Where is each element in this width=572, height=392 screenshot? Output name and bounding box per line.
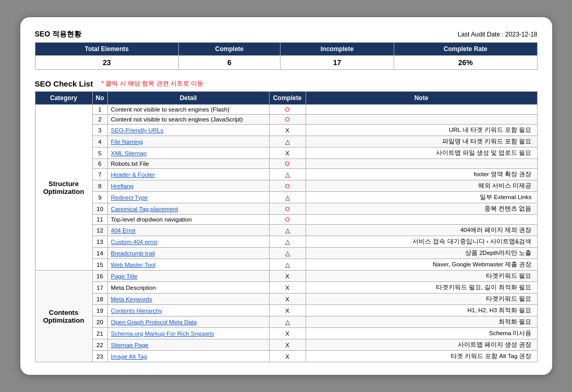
complete-cell: O — [269, 180, 306, 192]
note-cell: 해외 서비스 미제공 — [306, 180, 537, 192]
complete-cell: △ — [269, 136, 306, 148]
detail-cell[interactable]: Contents Hierarchy — [107, 305, 269, 316]
complete-cell: △ — [269, 192, 306, 203]
detail-cell: Meta Description — [107, 282, 269, 293]
detail-cell[interactable]: Web Master Tool — [107, 259, 269, 271]
no-cell: 3 — [92, 125, 107, 136]
table-row: 7Header & Footer△footer 영역 확장 권장 — [35, 169, 537, 180]
detail-link[interactable]: 404 Error — [111, 227, 136, 234]
detail-cell[interactable]: Header & Footer — [107, 169, 269, 180]
note-cell: 상품 2Depth까지만 노출 — [306, 248, 537, 259]
note-cell: 일부 External Links — [306, 192, 537, 203]
note-cell: 파일명 내 타겟 키워드 포함 필요 — [306, 136, 537, 148]
detail-link[interactable]: Header & Footer — [111, 172, 155, 178]
complete-cell: X — [269, 328, 306, 339]
table-row: 15Web Master Tool△Naver, Google Webmaste… — [35, 259, 537, 271]
detail-link[interactable]: Contents Hierarchy — [111, 308, 162, 314]
detail-cell[interactable]: Breadcrumb trail — [107, 248, 269, 259]
table-row: 18Meta KeywordsX타겟키워드 필요 — [35, 293, 537, 305]
detail-link[interactable]: Redirect Type — [111, 194, 148, 201]
table-row: 6Robots.txt FileO — [35, 159, 537, 169]
detail-cell[interactable]: Image Alt Tag — [107, 351, 269, 362]
detail-link[interactable]: Canonical Tag placement — [111, 206, 178, 212]
complete-cell: O — [269, 115, 306, 125]
summary-table: Total Elements Complete Incomplete Compl… — [35, 42, 538, 70]
note-cell: 서비스 접속 대기중입니다 › 사이트맵&검색 — [306, 236, 537, 248]
note-cell — [306, 105, 537, 115]
complete-cell: X — [269, 125, 306, 136]
no-cell: 23 — [92, 351, 107, 362]
complete-cell: X — [269, 305, 306, 316]
note-cell: footer 영역 확장 권장 — [306, 169, 537, 180]
detail-cell[interactable]: Redirect Type — [107, 192, 269, 203]
note-cell — [306, 215, 537, 225]
no-cell: 13 — [92, 236, 107, 248]
detail-cell[interactable]: Hreflang — [107, 180, 269, 192]
note-cell: URL 내 타겟 키워드 포함 필요 — [306, 125, 537, 136]
detail-link[interactable]: Breadcrumb trail — [111, 250, 155, 256]
detail-cell[interactable]: Custom 404 error — [107, 236, 269, 248]
complete-cell: △ — [269, 225, 306, 236]
table-row: Structure Optimization1Content not visib… — [35, 105, 537, 115]
table-row: 13Custom 404 error△서비스 접속 대기중입니다 › 사이트맵&… — [35, 236, 537, 248]
note-cell: Naver, Google Webmaster 제출 권장 — [306, 259, 537, 271]
detail-cell[interactable]: 404 Error — [107, 225, 269, 236]
complete-cell: △ — [269, 259, 306, 271]
no-cell: 11 — [92, 215, 107, 225]
no-cell: 6 — [92, 159, 107, 169]
category-cell: Contents Optimization — [35, 271, 92, 362]
detail-cell[interactable]: File Naming — [107, 136, 269, 148]
no-cell: 4 — [92, 136, 107, 148]
checklist-title: SEO Check List — [35, 79, 93, 88]
table-row: 19Contents HierarchyXH1, H2, H3 최적화 필요 — [35, 305, 537, 316]
detail-cell[interactable]: Meta Keywords — [107, 293, 269, 305]
summary-header-complete: Complete — [179, 43, 281, 56]
complete-cell: X — [269, 282, 306, 293]
detail-cell[interactable]: Canonical Tag placement — [107, 203, 269, 215]
complete-cell: O — [269, 105, 306, 115]
complete-cell: X — [269, 339, 306, 351]
no-cell: 19 — [92, 305, 107, 316]
summary-header-rate: Complete Rate — [394, 43, 537, 56]
summary-complete: 6 — [179, 56, 281, 70]
detail-cell[interactable]: XML Sitemap — [107, 148, 269, 159]
no-cell: 18 — [92, 293, 107, 305]
detail-link[interactable]: Open Graph Protocol Meta Data — [111, 319, 197, 325]
note-cell: 사이트맵 파일 생성 및 업로드 필요 — [306, 148, 537, 159]
detail-cell[interactable]: Sitemap Page — [107, 339, 269, 351]
table-row: 8HreflangO해외 서비스 미제공 — [35, 180, 537, 192]
detail-link[interactable]: XML Sitemap — [111, 150, 147, 156]
no-cell: 8 — [92, 180, 107, 192]
detail-cell[interactable]: Open Graph Protocol Meta Data — [107, 316, 269, 328]
detail-link[interactable]: Meta Keywords — [111, 296, 152, 302]
table-row: 10Canonical Tag placementO중복 컨텐츠 없음 — [35, 203, 537, 215]
table-row: 4File Naming△파일명 내 타겟 키워드 포함 필요 — [35, 136, 537, 148]
note-cell: 사이트맵 페이지 생성 권장 — [306, 339, 537, 351]
table-row: 17Meta DescriptionX타겟키워드 필요, 길이 최적화 필요 — [35, 282, 537, 293]
detail-cell: Robots.txt File — [107, 159, 269, 169]
detail-link[interactable]: Page Title — [111, 273, 138, 279]
complete-cell: △ — [269, 169, 306, 180]
complete-cell: X — [269, 351, 306, 362]
detail-link[interactable]: SEO-Friendly URLs — [111, 127, 164, 133]
detail-link[interactable]: Hreflang — [111, 183, 133, 189]
no-cell: 12 — [92, 225, 107, 236]
table-row: 20Open Graph Protocol Meta Data△최적화 필요 — [35, 316, 537, 328]
complete-cell: O — [269, 215, 306, 225]
detail-cell[interactable]: SEO-Friendly URLs — [107, 125, 269, 136]
detail-link[interactable]: Image Alt Tag — [111, 353, 147, 360]
note-cell: 타겟키워드 필요, 길이 최적화 필요 — [306, 282, 537, 293]
audit-date: Last Audit Date : 2023-12-18 — [458, 31, 538, 38]
detail-cell[interactable]: Page Title — [107, 271, 269, 282]
detail-link[interactable]: Web Master Tool — [111, 262, 156, 268]
detail-link[interactable]: Sitemap Page — [111, 342, 149, 348]
table-row: 23Image Alt TagX타겟 키워드 포함 Alt Tag 권장 — [35, 351, 537, 362]
category-cell: Structure Optimization — [35, 105, 92, 271]
audit-title: SEO 적용현황 — [35, 30, 81, 39]
complete-cell: X — [269, 271, 306, 282]
detail-link[interactable]: Schema.org Markup For Rich Snippets — [111, 330, 214, 337]
detail-link[interactable]: File Naming — [111, 139, 143, 145]
detail-link[interactable]: Custom 404 error — [111, 239, 157, 245]
detail-cell[interactable]: Schema.org Markup For Rich Snippets — [107, 328, 269, 339]
table-row: 3SEO-Friendly URLsXURL 내 타겟 키워드 포함 필요 — [35, 125, 537, 136]
